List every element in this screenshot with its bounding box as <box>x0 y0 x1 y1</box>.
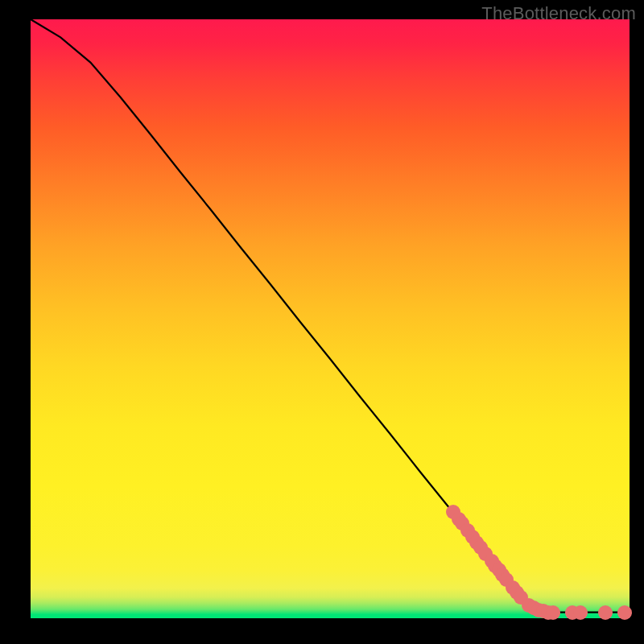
chart-plot-area <box>31 19 630 618</box>
chart-curve-path <box>31 19 630 613</box>
chart-marker <box>546 605 560 620</box>
chart-marker <box>617 605 632 620</box>
chart-marker <box>598 605 613 620</box>
chart-frame: TheBottleneck.com <box>0 0 644 644</box>
chart-marker <box>573 605 588 620</box>
chart-curve-svg <box>31 19 630 618</box>
